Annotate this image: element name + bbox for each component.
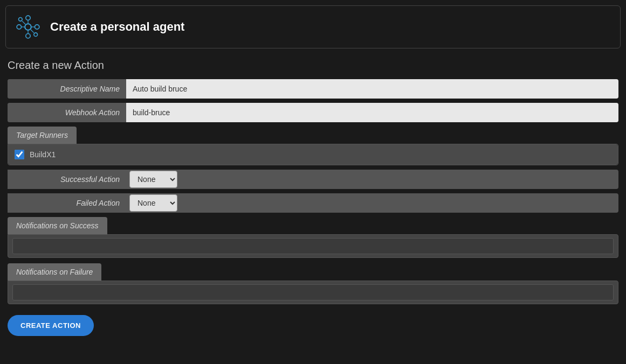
notifications-success-input-row (8, 234, 618, 258)
svg-point-1 (26, 16, 30, 20)
header-title: Create a personal agent (50, 20, 184, 34)
svg-point-5 (19, 18, 23, 22)
descriptive-name-label: Descriptive Name (8, 79, 126, 99)
webhook-action-input[interactable] (126, 103, 618, 122)
failed-action-row: Failed Action None Action1 Action2 (8, 193, 618, 213)
descriptive-name-input[interactable] (126, 79, 618, 99)
target-runners-box: BuildX1 (8, 144, 618, 165)
svg-point-2 (26, 34, 30, 38)
svg-point-6 (34, 33, 38, 37)
failed-action-label: Failed Action (8, 193, 126, 213)
notifications-failure-label: Notifications on Failure (8, 263, 101, 281)
header-panel: Create a personal agent (5, 5, 621, 48)
successful-action-select[interactable]: None Action1 Action2 (129, 171, 177, 188)
target-runners-section: Target Runners BuildX1 (8, 127, 618, 165)
runner-name: BuildX1 (30, 150, 56, 159)
svg-point-3 (17, 25, 21, 29)
notifications-success-label: Notifications on Success (8, 217, 107, 234)
svg-line-12 (31, 30, 34, 33)
notifications-success-input[interactable] (12, 238, 614, 254)
webhook-action-row: Webhook Action (8, 103, 618, 122)
main-content: Create a new Action Descriptive Name Web… (0, 54, 626, 341)
descriptive-name-row: Descriptive Name (8, 79, 618, 99)
successful-action-label: Successful Action (8, 170, 126, 189)
runner-item: BuildX1 (8, 144, 618, 165)
svg-point-0 (25, 24, 31, 30)
page-title: Create a new Action (8, 59, 618, 72)
target-runners-label: Target Runners (8, 127, 77, 144)
successful-action-row: Successful Action None Action1 Action2 (8, 170, 618, 189)
create-action-button[interactable]: CREATE ACTION (8, 315, 94, 336)
svg-point-4 (35, 25, 39, 29)
notifications-failure-input-row (8, 281, 618, 304)
notifications-success-section: Notifications on Success (8, 217, 618, 258)
notifications-failure-input[interactable] (12, 284, 614, 300)
runner-checkbox[interactable] (15, 150, 24, 159)
failed-action-select[interactable]: None Action1 Action2 (129, 194, 177, 212)
agent-network-icon (15, 13, 42, 40)
notifications-failure-section: Notifications on Failure (8, 263, 618, 304)
svg-line-11 (22, 21, 25, 24)
webhook-action-label: Webhook Action (8, 103, 126, 122)
